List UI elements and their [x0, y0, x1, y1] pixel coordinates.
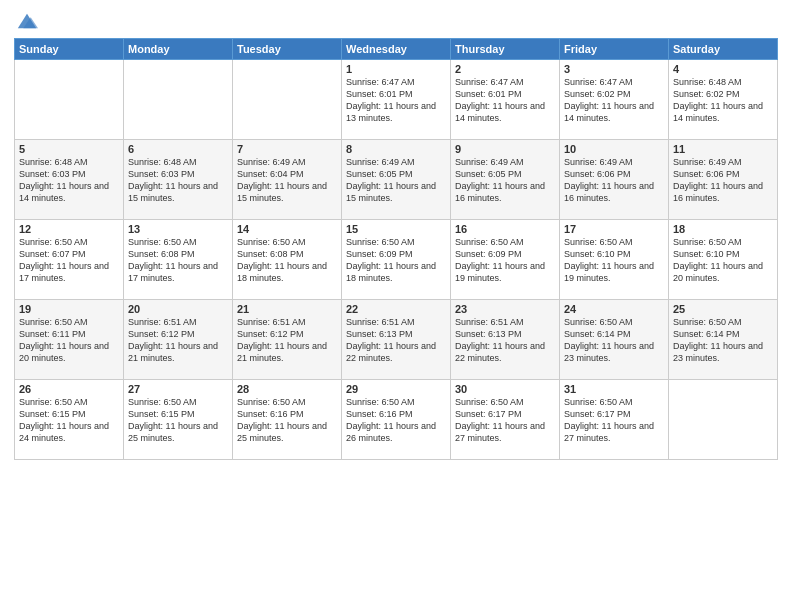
- page-container: SundayMondayTuesdayWednesdayThursdayFrid…: [0, 0, 792, 612]
- calendar-cell: 21Sunrise: 6:51 AMSunset: 6:12 PMDayligh…: [233, 300, 342, 380]
- day-number: 4: [673, 63, 773, 75]
- day-info: Sunrise: 6:50 AMSunset: 6:10 PMDaylight:…: [673, 236, 773, 285]
- calendar-cell: 16Sunrise: 6:50 AMSunset: 6:09 PMDayligh…: [451, 220, 560, 300]
- weekday-header-monday: Monday: [124, 39, 233, 60]
- day-info: Sunrise: 6:50 AMSunset: 6:15 PMDaylight:…: [128, 396, 228, 445]
- day-info: Sunrise: 6:47 AMSunset: 6:01 PMDaylight:…: [455, 76, 555, 125]
- day-number: 15: [346, 223, 446, 235]
- day-number: 5: [19, 143, 119, 155]
- day-info: Sunrise: 6:48 AMSunset: 6:03 PMDaylight:…: [19, 156, 119, 205]
- day-number: 2: [455, 63, 555, 75]
- calendar-cell: 19Sunrise: 6:50 AMSunset: 6:11 PMDayligh…: [15, 300, 124, 380]
- day-number: 28: [237, 383, 337, 395]
- calendar-week-4: 19Sunrise: 6:50 AMSunset: 6:11 PMDayligh…: [15, 300, 778, 380]
- calendar-cell: 4Sunrise: 6:48 AMSunset: 6:02 PMDaylight…: [669, 60, 778, 140]
- calendar-cell: 12Sunrise: 6:50 AMSunset: 6:07 PMDayligh…: [15, 220, 124, 300]
- calendar-cell: [15, 60, 124, 140]
- day-info: Sunrise: 6:50 AMSunset: 6:14 PMDaylight:…: [673, 316, 773, 365]
- day-info: Sunrise: 6:51 AMSunset: 6:13 PMDaylight:…: [455, 316, 555, 365]
- weekday-header-row: SundayMondayTuesdayWednesdayThursdayFrid…: [15, 39, 778, 60]
- calendar-cell: [669, 380, 778, 460]
- day-info: Sunrise: 6:50 AMSunset: 6:09 PMDaylight:…: [346, 236, 446, 285]
- calendar-cell: 14Sunrise: 6:50 AMSunset: 6:08 PMDayligh…: [233, 220, 342, 300]
- day-info: Sunrise: 6:50 AMSunset: 6:10 PMDaylight:…: [564, 236, 664, 285]
- day-info: Sunrise: 6:49 AMSunset: 6:06 PMDaylight:…: [564, 156, 664, 205]
- weekday-header-saturday: Saturday: [669, 39, 778, 60]
- day-number: 6: [128, 143, 228, 155]
- day-number: 13: [128, 223, 228, 235]
- day-number: 25: [673, 303, 773, 315]
- day-info: Sunrise: 6:50 AMSunset: 6:14 PMDaylight:…: [564, 316, 664, 365]
- day-info: Sunrise: 6:50 AMSunset: 6:16 PMDaylight:…: [237, 396, 337, 445]
- logo-icon: [16, 10, 38, 32]
- day-number: 12: [19, 223, 119, 235]
- day-info: Sunrise: 6:51 AMSunset: 6:13 PMDaylight:…: [346, 316, 446, 365]
- day-number: 9: [455, 143, 555, 155]
- day-number: 30: [455, 383, 555, 395]
- calendar-week-2: 5Sunrise: 6:48 AMSunset: 6:03 PMDaylight…: [15, 140, 778, 220]
- day-info: Sunrise: 6:49 AMSunset: 6:06 PMDaylight:…: [673, 156, 773, 205]
- day-number: 19: [19, 303, 119, 315]
- day-info: Sunrise: 6:48 AMSunset: 6:03 PMDaylight:…: [128, 156, 228, 205]
- calendar-cell: 20Sunrise: 6:51 AMSunset: 6:12 PMDayligh…: [124, 300, 233, 380]
- day-info: Sunrise: 6:50 AMSunset: 6:17 PMDaylight:…: [455, 396, 555, 445]
- calendar-cell: 25Sunrise: 6:50 AMSunset: 6:14 PMDayligh…: [669, 300, 778, 380]
- calendar-cell: 11Sunrise: 6:49 AMSunset: 6:06 PMDayligh…: [669, 140, 778, 220]
- calendar-cell: 1Sunrise: 6:47 AMSunset: 6:01 PMDaylight…: [342, 60, 451, 140]
- day-number: 1: [346, 63, 446, 75]
- weekday-header-tuesday: Tuesday: [233, 39, 342, 60]
- calendar-cell: 2Sunrise: 6:47 AMSunset: 6:01 PMDaylight…: [451, 60, 560, 140]
- calendar-cell: [124, 60, 233, 140]
- day-number: 18: [673, 223, 773, 235]
- calendar-cell: 17Sunrise: 6:50 AMSunset: 6:10 PMDayligh…: [560, 220, 669, 300]
- calendar-cell: 28Sunrise: 6:50 AMSunset: 6:16 PMDayligh…: [233, 380, 342, 460]
- calendar-cell: 8Sunrise: 6:49 AMSunset: 6:05 PMDaylight…: [342, 140, 451, 220]
- calendar-cell: 23Sunrise: 6:51 AMSunset: 6:13 PMDayligh…: [451, 300, 560, 380]
- calendar-cell: 18Sunrise: 6:50 AMSunset: 6:10 PMDayligh…: [669, 220, 778, 300]
- day-info: Sunrise: 6:47 AMSunset: 6:01 PMDaylight:…: [346, 76, 446, 125]
- day-info: Sunrise: 6:49 AMSunset: 6:04 PMDaylight:…: [237, 156, 337, 205]
- day-number: 10: [564, 143, 664, 155]
- header: [14, 10, 778, 32]
- calendar-cell: 27Sunrise: 6:50 AMSunset: 6:15 PMDayligh…: [124, 380, 233, 460]
- day-info: Sunrise: 6:50 AMSunset: 6:09 PMDaylight:…: [455, 236, 555, 285]
- day-info: Sunrise: 6:47 AMSunset: 6:02 PMDaylight:…: [564, 76, 664, 125]
- day-info: Sunrise: 6:50 AMSunset: 6:08 PMDaylight:…: [128, 236, 228, 285]
- day-number: 17: [564, 223, 664, 235]
- calendar-cell: 10Sunrise: 6:49 AMSunset: 6:06 PMDayligh…: [560, 140, 669, 220]
- calendar-cell: 13Sunrise: 6:50 AMSunset: 6:08 PMDayligh…: [124, 220, 233, 300]
- day-number: 24: [564, 303, 664, 315]
- weekday-header-wednesday: Wednesday: [342, 39, 451, 60]
- day-info: Sunrise: 6:51 AMSunset: 6:12 PMDaylight:…: [237, 316, 337, 365]
- calendar-week-1: 1Sunrise: 6:47 AMSunset: 6:01 PMDaylight…: [15, 60, 778, 140]
- calendar-cell: 6Sunrise: 6:48 AMSunset: 6:03 PMDaylight…: [124, 140, 233, 220]
- day-info: Sunrise: 6:50 AMSunset: 6:16 PMDaylight:…: [346, 396, 446, 445]
- day-info: Sunrise: 6:50 AMSunset: 6:11 PMDaylight:…: [19, 316, 119, 365]
- day-number: 8: [346, 143, 446, 155]
- day-number: 7: [237, 143, 337, 155]
- day-number: 26: [19, 383, 119, 395]
- calendar-cell: 9Sunrise: 6:49 AMSunset: 6:05 PMDaylight…: [451, 140, 560, 220]
- calendar-cell: 30Sunrise: 6:50 AMSunset: 6:17 PMDayligh…: [451, 380, 560, 460]
- day-info: Sunrise: 6:49 AMSunset: 6:05 PMDaylight:…: [346, 156, 446, 205]
- day-number: 3: [564, 63, 664, 75]
- calendar-cell: 29Sunrise: 6:50 AMSunset: 6:16 PMDayligh…: [342, 380, 451, 460]
- calendar-cell: 26Sunrise: 6:50 AMSunset: 6:15 PMDayligh…: [15, 380, 124, 460]
- weekday-header-friday: Friday: [560, 39, 669, 60]
- day-info: Sunrise: 6:50 AMSunset: 6:07 PMDaylight:…: [19, 236, 119, 285]
- calendar-week-5: 26Sunrise: 6:50 AMSunset: 6:15 PMDayligh…: [15, 380, 778, 460]
- day-number: 21: [237, 303, 337, 315]
- day-info: Sunrise: 6:49 AMSunset: 6:05 PMDaylight:…: [455, 156, 555, 205]
- day-number: 27: [128, 383, 228, 395]
- weekday-header-thursday: Thursday: [451, 39, 560, 60]
- calendar-table: SundayMondayTuesdayWednesdayThursdayFrid…: [14, 38, 778, 460]
- day-number: 16: [455, 223, 555, 235]
- calendar-cell: 22Sunrise: 6:51 AMSunset: 6:13 PMDayligh…: [342, 300, 451, 380]
- calendar-cell: 3Sunrise: 6:47 AMSunset: 6:02 PMDaylight…: [560, 60, 669, 140]
- day-number: 23: [455, 303, 555, 315]
- calendar-cell: [233, 60, 342, 140]
- calendar-cell: 31Sunrise: 6:50 AMSunset: 6:17 PMDayligh…: [560, 380, 669, 460]
- calendar-cell: 24Sunrise: 6:50 AMSunset: 6:14 PMDayligh…: [560, 300, 669, 380]
- day-number: 20: [128, 303, 228, 315]
- day-info: Sunrise: 6:50 AMSunset: 6:08 PMDaylight:…: [237, 236, 337, 285]
